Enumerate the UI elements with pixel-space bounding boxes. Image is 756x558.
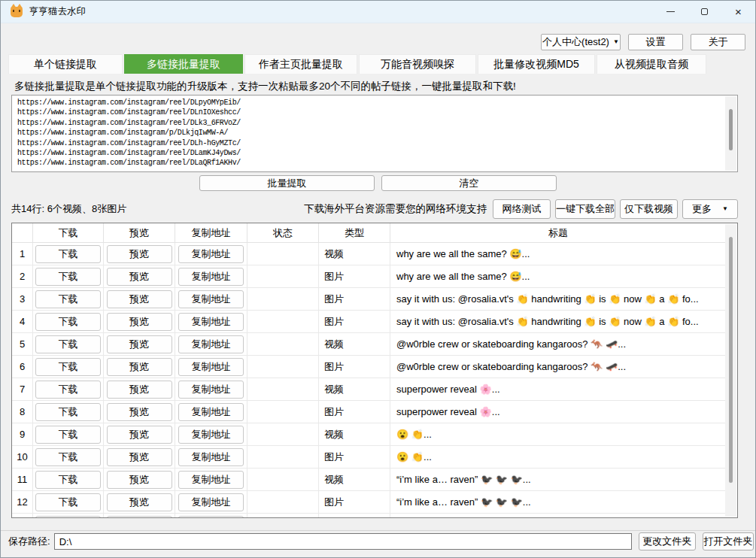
minimize-button[interactable]	[654, 1, 688, 23]
tab-4[interactable]: 万能音视频嗅探	[359, 54, 476, 74]
header-title: 标题	[390, 223, 726, 242]
download-all-button[interactable]: 一键下载全部	[555, 199, 615, 219]
row-copy-button[interactable]: 复制地址	[178, 493, 244, 511]
row-type: 图片	[319, 446, 390, 468]
row-preview-button[interactable]: 预览	[107, 313, 172, 331]
network-test-button[interactable]: 网络测试	[493, 199, 551, 219]
row-preview-button[interactable]: 预览	[107, 268, 172, 286]
row-copy-button[interactable]: 复制地址	[178, 448, 244, 466]
table-row: 13 下载 预览 复制地址	[12, 514, 726, 518]
about-button[interactable]: 关于	[691, 34, 745, 50]
row-download-button[interactable]: 下载	[35, 290, 101, 308]
row-copy-button[interactable]: 复制地址	[178, 471, 244, 489]
table-row: 10 下载 预览 复制地址 图片 😮 👏...	[12, 446, 726, 469]
batch-extract-button[interactable]: 批量提取	[199, 175, 375, 191]
header-download: 下载	[33, 223, 104, 242]
row-copy-button[interactable]: 复制地址	[178, 516, 244, 519]
row-download-button[interactable]: 下载	[35, 335, 101, 353]
row-type: 视频	[319, 423, 390, 445]
row-download-button[interactable]: 下载	[35, 493, 101, 511]
row-title: 😮 👏...	[390, 446, 726, 468]
row-copy-button[interactable]: 复制地址	[178, 358, 244, 376]
row-copy-button[interactable]: 复制地址	[178, 313, 244, 331]
links-content: https://www.instagram.com/instagram/reel…	[12, 96, 737, 168]
row-download-button[interactable]: 下载	[35, 358, 101, 376]
table-row: 1 下载 预览 复制地址 视频 why are we all the same?…	[12, 243, 726, 265]
table-scrollbar[interactable]	[725, 224, 736, 517]
row-title: superpower reveal 🌸...	[390, 401, 726, 423]
settings-button[interactable]: 设置	[628, 34, 683, 50]
table-scrollbar-thumb[interactable]	[729, 237, 733, 483]
row-download-button[interactable]: 下载	[35, 471, 101, 489]
row-title: @w0rble crew or skateboarding kangaroos?…	[390, 333, 726, 355]
row-preview-button[interactable]: 预览	[107, 245, 172, 263]
row-type: 视频	[319, 469, 390, 490]
header-preview: 预览	[104, 223, 175, 242]
result-summary: 共14行: 6个视频、8张图片	[11, 202, 126, 216]
row-copy-button[interactable]: 复制地址	[178, 245, 244, 263]
links-textarea[interactable]: https://www.instagram.com/instagram/reel…	[11, 95, 738, 172]
row-preview-button[interactable]: 预览	[107, 493, 172, 511]
cat-icon	[11, 7, 23, 17]
open-folder-button[interactable]: 打开文件夹	[703, 532, 754, 550]
action-row: 批量提取 清空	[1, 175, 755, 191]
account-dropdown[interactable]: 个人中心(test2) ▼	[541, 34, 621, 50]
row-copy-button[interactable]: 复制地址	[178, 426, 244, 444]
row-index: 13	[12, 514, 33, 518]
row-type	[319, 514, 390, 518]
row-copy-button[interactable]: 复制地址	[178, 335, 244, 353]
table-row: 2 下载 预览 复制地址 图片 why are we all the same?…	[12, 265, 726, 288]
row-download-button[interactable]: 下载	[35, 516, 101, 519]
row-preview-button[interactable]: 预览	[107, 426, 172, 444]
row-download-button[interactable]: 下载	[35, 268, 101, 286]
row-index: 8	[12, 401, 33, 423]
row-copy-button[interactable]: 复制地址	[178, 381, 244, 399]
change-folder-button[interactable]: 更改文件夹	[639, 532, 696, 550]
tab-5[interactable]: 批量修改视频MD5	[478, 54, 595, 74]
row-copy-button[interactable]: 复制地址	[178, 403, 244, 421]
row-preview-button[interactable]: 预览	[107, 290, 172, 308]
row-download-button[interactable]: 下载	[35, 245, 101, 263]
row-title: superpower reveal 🌸...	[390, 378, 726, 400]
more-dropdown[interactable]: 更多 ▼	[682, 199, 738, 219]
tab-2[interactable]: 多链接批量提取	[124, 54, 243, 74]
row-download-button[interactable]: 下载	[35, 381, 101, 399]
row-index: 11	[12, 469, 33, 490]
row-preview-button[interactable]: 预览	[107, 516, 172, 519]
row-index: 7	[12, 378, 33, 400]
row-preview-button[interactable]: 预览	[107, 358, 172, 376]
tab-1[interactable]: 单个链接提取	[8, 54, 123, 74]
table-row: 11 下载 预览 复制地址 视频 “i’m like a… raven” 🐦‍⬛…	[12, 469, 726, 491]
row-title: “i’m like a… raven” 🐦‍⬛ 🐦‍⬛ 🐦‍⬛...	[390, 469, 726, 490]
row-status	[247, 311, 319, 332]
table-header: 下载 预览 复制地址 状态 类型 标题	[12, 223, 726, 243]
row-status	[247, 401, 319, 423]
row-preview-button[interactable]: 预览	[107, 335, 172, 353]
row-preview-button[interactable]: 预览	[107, 403, 172, 421]
maximize-button[interactable]	[688, 1, 721, 23]
row-download-button[interactable]: 下载	[35, 448, 101, 466]
row-copy-button[interactable]: 复制地址	[178, 268, 244, 286]
close-button[interactable]: ×	[721, 1, 755, 23]
save-path-input[interactable]	[54, 533, 632, 550]
row-status	[247, 423, 319, 445]
links-scrollbar-thumb[interactable]	[729, 109, 733, 150]
row-type: 图片	[319, 288, 390, 310]
row-download-button[interactable]: 下载	[35, 426, 101, 444]
row-copy-button[interactable]: 复制地址	[178, 290, 244, 308]
row-preview-button[interactable]: 预览	[107, 381, 172, 399]
row-preview-button[interactable]: 预览	[107, 448, 172, 466]
row-status	[247, 514, 319, 518]
table-row: 9 下载 预览 复制地址 视频 😮 👏...	[12, 423, 726, 446]
row-preview-button[interactable]: 预览	[107, 471, 172, 489]
tab-3[interactable]: 作者主页批量提取	[244, 54, 357, 74]
row-index: 6	[12, 356, 33, 378]
download-video-only-button[interactable]: 仅下载视频	[620, 199, 678, 219]
clear-button[interactable]: 清空	[381, 175, 557, 191]
tab-6[interactable]: 从视频提取音频	[597, 54, 706, 74]
row-download-button[interactable]: 下载	[35, 313, 101, 331]
tab-bar: 单个链接提取多链接批量提取作者主页批量提取万能音视频嗅探批量修改视频MD5从视频…	[8, 54, 706, 74]
row-download-button[interactable]: 下载	[35, 403, 101, 421]
row-type: 图片	[319, 491, 390, 513]
links-scrollbar[interactable]	[725, 96, 736, 171]
